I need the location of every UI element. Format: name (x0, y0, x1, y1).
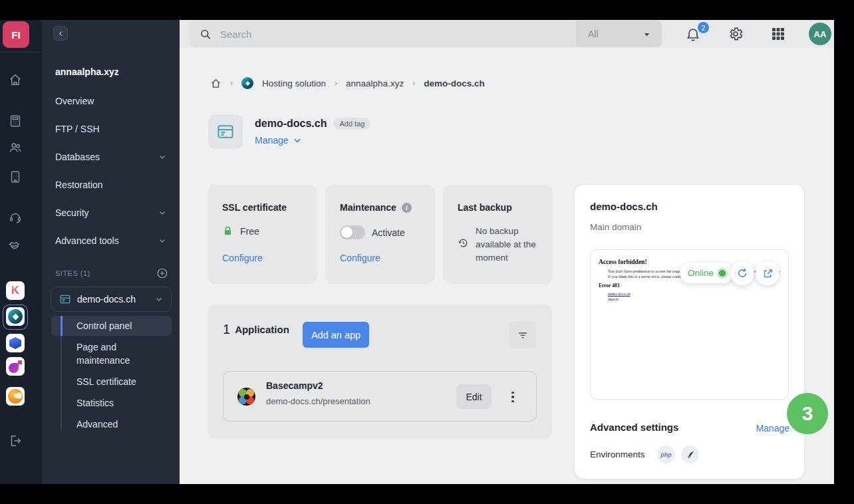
maintenance-toggle[interactable] (340, 225, 365, 239)
brand-logo[interactable]: FI (3, 21, 29, 48)
organization-icon[interactable] (8, 170, 23, 184)
filter-icon (517, 329, 529, 341)
breadcrumb-item-hosting[interactable]: Hosting solution (262, 78, 326, 88)
kmeet-app-icon[interactable] (6, 387, 25, 406)
external-link-icon (762, 268, 774, 279)
application-url: demo-docs.ch/presentation (266, 396, 370, 406)
maintenance-configure-link[interactable]: Configure (340, 253, 380, 263)
submenu-item-control-panel[interactable]: Control panel (76, 320, 132, 331)
sites-label: SITES (1) (55, 269, 90, 277)
add-tag-button[interactable]: Add tag (333, 118, 370, 130)
environments-label: Environments (590, 449, 645, 459)
apps-grid-icon[interactable] (770, 26, 786, 42)
sidebar-collapse-button[interactable] (53, 26, 68, 41)
partner-icon[interactable] (8, 238, 23, 253)
ssl-status: Free (240, 226, 259, 237)
advanced-settings-manage-link[interactable]: Manage (756, 423, 789, 434)
submenu-item-advanced[interactable]: Advanced (76, 419, 118, 430)
submenu-item-page-and-maintenance[interactable]: Page and maintenance (76, 340, 151, 367)
chevron-down-icon (158, 153, 166, 161)
chevron-down-icon (158, 237, 166, 245)
hosting-app-icon[interactable] (6, 307, 25, 326)
logout-icon[interactable] (8, 434, 23, 448)
domain-card-title: demo-docs.ch (590, 201, 658, 212)
ssl-card-title: SSL certificate (222, 202, 287, 213)
lock-icon (222, 225, 233, 237)
user-avatar[interactable]: AA (809, 23, 831, 45)
breadcrumb: › Hosting solution › annaalpha.xyz › dem… (210, 77, 485, 89)
filter-button[interactable] (509, 321, 536, 348)
sidebar-item-ftp-ssh[interactable]: FTP / SSH (55, 123, 166, 135)
application-count-label: Application (235, 324, 289, 335)
search-field[interactable] (190, 21, 577, 47)
chevron-down-icon (642, 30, 651, 39)
edit-app-button[interactable]: Edit (456, 384, 492, 409)
search-scope-dropdown[interactable]: All (577, 21, 662, 47)
submenu-item-ssl-certificate[interactable]: SSL certificate (76, 376, 136, 387)
topbar: All 2 AA (180, 20, 834, 48)
maintenance-card-title: Maintenance (340, 202, 396, 213)
application-count: 1 (223, 322, 230, 337)
site-header-icon-tile (208, 114, 243, 149)
sites-section-header: SITES (1) (55, 267, 168, 279)
maintenance-toggle-label: Activate (372, 227, 405, 238)
billing-icon[interactable] (8, 114, 23, 128)
applications-panel: 1 Application Add an app Basecampv2 demo… (208, 305, 552, 439)
sidebar-domain-title: annaalpha.xyz (55, 66, 119, 77)
open-site-button[interactable] (756, 261, 780, 285)
sidebar-item-overview[interactable]: Overview (55, 95, 166, 107)
site-icon (59, 293, 71, 305)
sidebar-item-security[interactable]: Security (55, 207, 166, 219)
submenu-item-statistics[interactable]: Statistics (76, 398, 114, 408)
manage-dropdown[interactable]: Manage (255, 135, 302, 146)
breadcrumb-separator: › (335, 78, 337, 88)
online-status-dot (719, 270, 726, 277)
breadcrumb-home-icon[interactable] (210, 78, 221, 89)
chevron-down-icon (158, 209, 166, 217)
home-icon[interactable] (8, 72, 23, 87)
tutorial-step-badge: 3 (787, 393, 828, 434)
users-icon[interactable] (8, 140, 23, 155)
advanced-settings-title: Advanced settings (590, 422, 678, 433)
ssl-configure-link[interactable]: Configure (222, 253, 263, 263)
sidebar-item-databases[interactable]: Databases (55, 151, 166, 163)
app-window: FI K annaalph (0, 20, 834, 484)
backup-status-message: No backup available at the moment (476, 225, 550, 265)
add-app-button[interactable]: Add an app (303, 322, 369, 348)
search-icon (200, 28, 212, 41)
refresh-preview-button[interactable] (730, 261, 754, 285)
add-site-icon[interactable] (156, 267, 168, 279)
main-content: › Hosting solution › annaalpha.xyz › dem… (180, 48, 834, 484)
search-input[interactable] (219, 28, 567, 41)
rail-divider (0, 52, 42, 53)
media-app-icon[interactable] (6, 357, 25, 376)
ksuite-app-icon[interactable]: K (6, 281, 25, 300)
sidebar: annaalpha.xyz Overview FTP / SSH Databas… (42, 20, 180, 484)
backup-card-title: Last backup (458, 202, 512, 213)
last-backup-card: Last backup No backup available at the m… (443, 185, 553, 284)
breadcrumb-item-domain[interactable]: annaalpha.xyz (346, 78, 404, 88)
sidebar-item-restoration[interactable]: Restoration (55, 179, 166, 191)
refresh-icon (736, 267, 748, 279)
preview-domain-link: demo-docs.ch (608, 292, 780, 296)
kdrive-app-icon[interactable] (6, 334, 25, 352)
site-selector[interactable]: demo-docs.ch (51, 287, 172, 312)
sidebar-item-advanced-tools[interactable]: Advanced tools (55, 235, 166, 247)
notification-count-badge: 2 (698, 22, 709, 33)
site-icon (216, 122, 235, 141)
settings-gear-icon[interactable] (728, 26, 744, 42)
info-icon[interactable]: i (402, 203, 412, 213)
maintenance-card: Maintenance i Activate Configure (325, 185, 435, 284)
history-icon (458, 237, 469, 249)
application-row[interactable]: Basecampv2 demo-docs.ch/presentation Edi… (223, 371, 537, 422)
app-rail: FI K (0, 20, 42, 484)
chevron-down-icon (155, 295, 163, 303)
breadcrumb-item-site: demo-docs.ch (424, 78, 485, 88)
domain-card: demo-docs.ch Main domain Access forbidde… (575, 185, 804, 479)
online-status-badge: Online (680, 263, 734, 283)
domain-card-subtitle: Main domain (590, 222, 641, 232)
apache-environment-badge (681, 445, 699, 463)
preview-server-label: Apache (608, 297, 780, 301)
support-icon[interactable] (8, 210, 23, 225)
app-more-menu-icon[interactable] (508, 388, 517, 406)
